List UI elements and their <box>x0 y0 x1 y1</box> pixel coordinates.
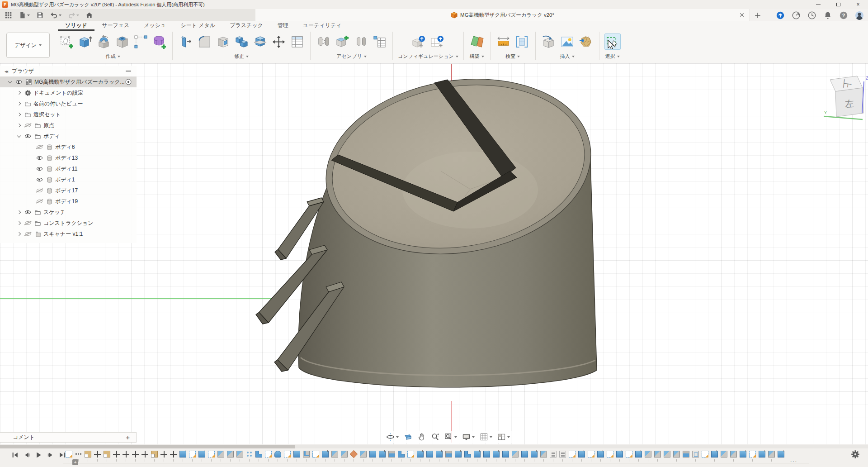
recent-icon[interactable] <box>807 10 817 20</box>
group-configure-label[interactable]: コンフィギュレーション <box>398 53 458 60</box>
undo-button[interactable] <box>48 10 63 20</box>
pan-icon[interactable] <box>416 432 427 442</box>
browser-item-body17[interactable]: ボディ17 <box>0 185 137 196</box>
visibility-off-icon[interactable] <box>23 221 33 225</box>
visibility-on-icon[interactable] <box>34 178 44 181</box>
timeline-feature-split[interactable] <box>719 451 729 462</box>
browser-item-bodies[interactable]: ボディ <box>0 131 137 142</box>
timeline-feature-extrude[interactable] <box>482 451 491 462</box>
measure-tool[interactable] <box>495 33 512 50</box>
timeline-feature-extrude[interactable] <box>710 451 719 462</box>
help-icon[interactable]: ? <box>839 10 849 20</box>
timeline-feature-split[interactable] <box>510 451 520 462</box>
configure-tool[interactable] <box>410 33 427 50</box>
tab-solid[interactable]: ソリッド <box>58 21 94 31</box>
pattern-rect-tool[interactable] <box>132 33 149 50</box>
move-tool[interactable] <box>270 33 287 50</box>
chevron-right-icon[interactable] <box>15 102 23 105</box>
chevron-down-icon[interactable] <box>15 136 23 137</box>
play-button[interactable] <box>35 452 42 458</box>
collapse-panel-icon[interactable]: ◂◂ <box>0 69 12 74</box>
timeline-feature-combine[interactable] <box>254 451 264 462</box>
workspace-dropdown[interactable]: デザイン <box>6 33 50 58</box>
joint-tool[interactable] <box>316 33 332 50</box>
insert-mesh-tool[interactable] <box>578 33 594 50</box>
timeline-feature-sketch[interactable] <box>283 451 292 462</box>
browser-item-named-views[interactable]: 名前の付いたビュー <box>0 98 137 109</box>
browser-item-selection-sets[interactable]: 選択セット <box>0 109 137 120</box>
browser-item-scanner[interactable]: スキャナー v1:1 <box>0 229 137 239</box>
timeline-feature-extrude[interactable] <box>415 451 425 462</box>
timeline-feature-combine[interactable] <box>396 451 406 462</box>
view-cube[interactable]: 上 左 Z Y <box>824 71 868 121</box>
extrude-tool[interactable] <box>77 33 93 50</box>
fit-icon[interactable] <box>443 432 458 442</box>
timeline-feature-align[interactable] <box>558 451 567 462</box>
timeline-feature-sketch[interactable] <box>624 451 634 462</box>
insert-derive-tool[interactable] <box>541 33 557 50</box>
layout-grid-icon[interactable] <box>478 432 494 442</box>
viewcube-front-label[interactable]: 左 <box>844 98 854 109</box>
timeline-feature-split[interactable] <box>216 451 226 462</box>
timeline-feature-splitb[interactable] <box>681 451 691 462</box>
timeline-feature-sketch[interactable] <box>748 451 757 462</box>
timeline-feature-split[interactable] <box>767 451 776 462</box>
group-inspect-label[interactable]: 検査 <box>505 53 520 60</box>
timeline-feature-extrude[interactable] <box>178 451 188 462</box>
minimize-panel-icon[interactable] <box>126 71 131 71</box>
timeline-feature-move[interactable] <box>112 451 121 462</box>
config-table-tool[interactable] <box>429 33 445 50</box>
add-comment-button[interactable]: + <box>126 434 130 441</box>
sketch-create-tool[interactable] <box>58 33 75 50</box>
chevron-right-icon[interactable] <box>15 124 23 127</box>
timeline-feature-extrude[interactable] <box>757 451 767 462</box>
timeline-feature-sketch[interactable] <box>264 451 273 462</box>
minimize-button[interactable] <box>808 0 828 9</box>
timeline-feature-split[interactable] <box>653 451 662 462</box>
browser-item-body6[interactable]: ボディ6 <box>0 142 137 152</box>
chevron-right-icon[interactable] <box>15 91 23 94</box>
timeline-feature-sketch[interactable] <box>605 451 615 462</box>
new-component-tool[interactable] <box>334 33 350 50</box>
maximize-button[interactable] <box>828 0 848 9</box>
browser-item-doc-settings[interactable]: ドキュメントの設定 <box>0 87 137 98</box>
browser-item-origin[interactable]: 原点 <box>0 120 137 131</box>
timeline-feature-extrude[interactable] <box>634 451 643 462</box>
timeline-feature-move[interactable] <box>159 451 169 462</box>
browser-item-root[interactable]: MG高機動型ザク用バズーカラック... <box>0 76 137 87</box>
browser-item-body19[interactable]: ボディ19 <box>0 196 137 207</box>
timeline-feature-hole[interactable] <box>349 451 359 462</box>
construct-plane-tool[interactable] <box>469 33 485 50</box>
as-built-joint-tool[interactable] <box>353 33 369 50</box>
timeline-feature-sketch[interactable] <box>567 451 577 462</box>
timeline-feature-split[interactable] <box>643 451 653 462</box>
comments-panel[interactable]: コメント + <box>0 432 137 443</box>
close-tab-icon[interactable] <box>738 11 746 19</box>
close-button[interactable]: × <box>848 0 868 9</box>
display-icon[interactable] <box>461 432 476 442</box>
tab-plastic[interactable]: プラスチック <box>222 21 270 31</box>
timeline-marker[interactable]: + <box>72 459 78 465</box>
timeline-feature-extrude[interactable] <box>577 451 586 462</box>
visibility-on-icon[interactable] <box>34 156 44 160</box>
document-tab[interactable]: MG高機動型ザク用バズーカラック v20* <box>255 9 750 21</box>
timeline-feature-extrude[interactable] <box>501 451 510 462</box>
split-body-tool[interactable] <box>252 33 268 50</box>
timeline-feature-dots2[interactable] <box>245 451 254 462</box>
timeline-feature-move[interactable] <box>93 451 102 462</box>
viewports-icon[interactable] <box>496 432 511 442</box>
timeline-feature-sketch[interactable] <box>586 451 596 462</box>
go-start-button[interactable] <box>12 452 19 458</box>
timeline-feature-extrude[interactable] <box>520 451 529 462</box>
chevron-right-icon[interactable] <box>15 222 23 224</box>
viewcube-top-label[interactable]: 上 <box>842 79 853 89</box>
timeline-feature-box[interactable] <box>150 451 159 462</box>
visibility-on-icon[interactable] <box>23 210 33 214</box>
timeline-feature-align[interactable] <box>548 451 558 462</box>
timeline-feature-move[interactable] <box>169 451 178 462</box>
parameters-tool[interactable] <box>289 33 305 50</box>
timeline-feature-combine[interactable] <box>463 451 472 462</box>
tab-mesh[interactable]: メッシュ <box>137 21 173 31</box>
visibility-on-icon[interactable] <box>14 80 24 84</box>
tab-manage[interactable]: 管理 <box>270 21 296 31</box>
